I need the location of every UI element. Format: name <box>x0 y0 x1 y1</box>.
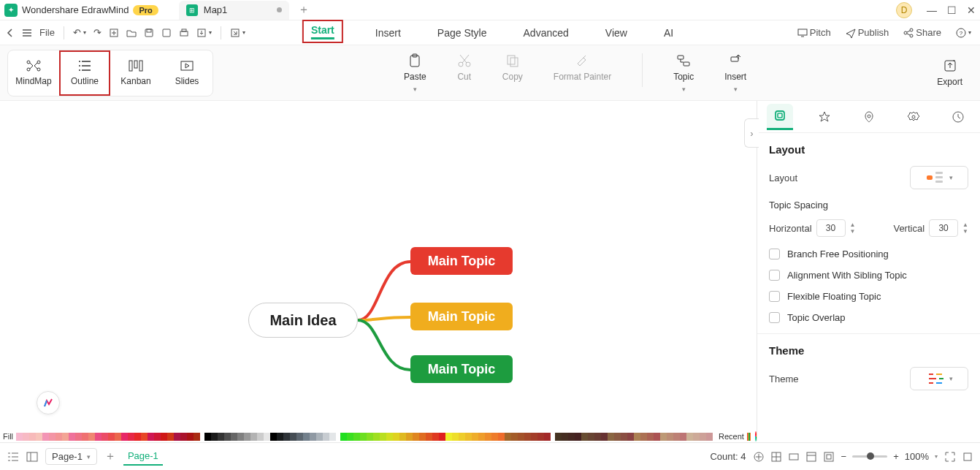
vertical-value[interactable]: 30 <box>929 219 958 237</box>
zoom-dropdown[interactable]: ▾ <box>935 453 938 460</box>
color-swatch[interactable] <box>386 433 393 441</box>
panel-tab-tag[interactable] <box>856 104 882 130</box>
canvas[interactable]: Main Idea Main Topic Main Topic Main Top… <box>0 102 757 431</box>
horizontal-spinner[interactable]: ▲▼ <box>850 222 856 234</box>
view-mindmap[interactable]: MindMap <box>8 50 59 96</box>
color-swatch[interactable] <box>562 433 568 441</box>
color-swatch[interactable] <box>472 433 478 441</box>
copy-button[interactable]: Copy <box>502 53 523 93</box>
color-swatch[interactable] <box>459 433 465 441</box>
pitch-button[interactable]: Pitch <box>797 27 831 38</box>
color-swatch[interactable] <box>88 433 95 441</box>
panel-tab-layout[interactable] <box>767 104 793 130</box>
color-swatch[interactable] <box>290 433 296 441</box>
color-swatch[interactable] <box>367 433 373 441</box>
color-swatch[interactable] <box>621 433 627 441</box>
panel-tab-history[interactable] <box>945 104 971 130</box>
color-swatch[interactable] <box>399 433 406 441</box>
redo-button[interactable]: ↷ <box>93 27 102 38</box>
color-swatch[interactable] <box>373 433 380 441</box>
checkbox-branch-free[interactable]: Branch Free Positioning <box>769 249 968 259</box>
topic-button[interactable]: Topic▾ <box>673 53 694 93</box>
export-button[interactable]: Export <box>937 58 973 87</box>
maximize-button[interactable]: ☐ <box>947 4 957 16</box>
color-swatch[interactable] <box>654 433 660 441</box>
user-avatar[interactable]: D <box>896 2 912 18</box>
color-swatch[interactable] <box>478 433 485 441</box>
color-swatch[interactable] <box>393 433 399 441</box>
checkbox-flexible-floating[interactable]: Flexible Floating Topic <box>769 291 968 302</box>
color-swatch[interactable] <box>544 433 551 441</box>
color-swatch[interactable] <box>128 433 134 441</box>
color-swatch[interactable] <box>353 433 360 441</box>
color-swatch[interactable] <box>581 433 588 441</box>
panel-tab-settings[interactable] <box>900 104 927 130</box>
color-swatch[interactable] <box>62 433 69 441</box>
color-swatch[interactable] <box>588 433 594 441</box>
tab-pagestyle[interactable]: Page Style <box>433 23 491 43</box>
color-swatch[interactable] <box>115 433 121 441</box>
checkbox-overlap[interactable]: Topic Overlap <box>769 312 968 323</box>
color-swatch[interactable] <box>505 433 511 441</box>
open-button[interactable] <box>126 28 137 38</box>
color-swatch[interactable] <box>49 433 55 441</box>
color-swatch[interactable] <box>154 433 161 441</box>
view-outline[interactable]: Outline <box>59 50 110 96</box>
recent-color[interactable] <box>750 433 751 441</box>
color-swatch[interactable] <box>95 433 102 441</box>
sb-icon-3[interactable] <box>789 452 799 462</box>
color-swatch[interactable] <box>419 433 426 441</box>
color-swatch[interactable] <box>555 433 562 441</box>
view-kanban[interactable]: Kanban <box>110 50 161 96</box>
zoom-out-button[interactable]: − <box>841 451 847 462</box>
topic-node-2[interactable]: Main Topic <box>410 303 513 330</box>
color-swatch[interactable] <box>134 433 141 441</box>
color-swatch[interactable] <box>667 433 673 441</box>
fit-button[interactable] <box>962 452 973 462</box>
color-swatch[interactable] <box>167 433 174 441</box>
tab-view[interactable]: View <box>601 23 632 43</box>
paste-button[interactable]: Paste▾ <box>404 53 426 93</box>
topic-node-3[interactable]: Main Topic <box>410 355 513 383</box>
color-swatch[interactable] <box>237 433 244 441</box>
color-swatch[interactable] <box>75 433 82 441</box>
color-swatch[interactable] <box>69 433 75 441</box>
color-swatch[interactable] <box>485 433 491 441</box>
document-tab[interactable]: ⊞ Map1 <box>179 1 290 20</box>
color-swatch[interactable] <box>686 433 693 441</box>
tab-insert[interactable]: Insert <box>371 23 405 43</box>
new-button[interactable] <box>109 28 119 38</box>
color-picker-button[interactable] <box>755 431 757 441</box>
color-swatch[interactable] <box>693 433 700 441</box>
sb-icon-5[interactable] <box>824 452 834 462</box>
color-swatch[interactable] <box>174 433 180 441</box>
minimize-button[interactable]: — <box>927 4 937 16</box>
color-swatch[interactable] <box>660 433 667 441</box>
color-swatch[interactable] <box>270 433 277 441</box>
fullscreen-button[interactable] <box>945 452 955 462</box>
color-swatch[interactable] <box>601 433 608 441</box>
color-swatch[interactable] <box>264 433 270 441</box>
color-swatch[interactable] <box>323 433 329 441</box>
cut-button[interactable]: Cut <box>457 53 472 93</box>
color-swatch[interactable] <box>108 433 115 441</box>
color-swatch[interactable] <box>426 433 432 441</box>
color-swatch[interactable] <box>296 433 303 441</box>
color-swatch[interactable] <box>250 433 257 441</box>
color-swatch[interactable] <box>380 433 386 441</box>
vertical-spinner[interactable]: ▲▼ <box>962 222 968 234</box>
zoom-in-button[interactable]: + <box>893 451 899 462</box>
color-swatch[interactable] <box>634 433 640 441</box>
format-painter-button[interactable]: Format Painter <box>554 53 611 93</box>
color-swatch[interactable] <box>102 433 108 441</box>
color-swatch[interactable] <box>594 433 601 441</box>
color-swatch[interactable] <box>614 433 621 441</box>
import-button[interactable]: ▾ <box>230 28 245 38</box>
color-swatch[interactable] <box>531 433 537 441</box>
color-swatch[interactable] <box>283 433 290 441</box>
color-swatch[interactable] <box>575 433 581 441</box>
tab-start[interactable]: Start <box>311 23 334 39</box>
color-swatch[interactable] <box>406 433 413 441</box>
color-swatch[interactable] <box>231 433 237 441</box>
color-swatch[interactable] <box>511 433 518 441</box>
